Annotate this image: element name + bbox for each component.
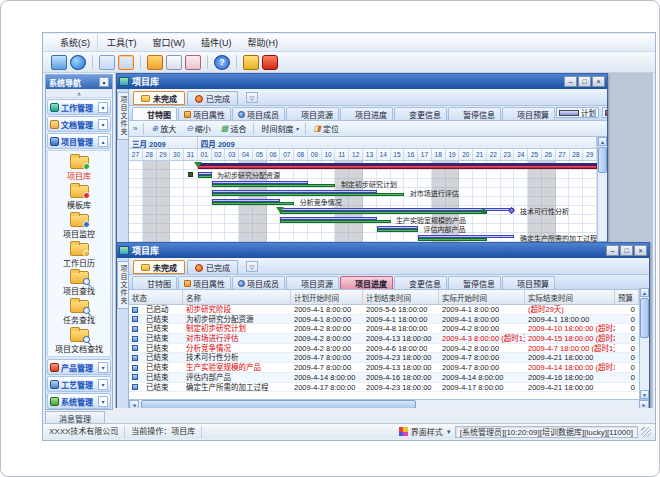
view-tab[interactable]: 项目预算 [502, 107, 555, 120]
view-tab[interactable]: 变更信息 [394, 276, 447, 289]
chevron-down-icon[interactable]: ▼ [446, 429, 452, 435]
gantt-progress-bar[interactable] [280, 211, 486, 214]
view-tab[interactable]: 项目进度 [340, 276, 393, 289]
resize-grip[interactable] [641, 427, 651, 437]
column-header[interactable]: 实际结束时间 [525, 290, 615, 304]
view-tab[interactable]: 项目成员 [232, 276, 285, 289]
table-row[interactable]: 已结束 分析竞争情况 2009-4-2 8:00:00 2009-4-6 18:… [129, 344, 649, 354]
chevron-down-icon[interactable]: ▾ [98, 396, 108, 407]
sidebar-item[interactable]: 项目库 [48, 154, 110, 183]
sidebar-group[interactable]: 工艺管理 ▾ [47, 376, 111, 392]
view-tab[interactable]: 项目资源 [286, 276, 339, 289]
close-button[interactable]: × [634, 245, 647, 256]
gantt-progress-bar[interactable] [198, 175, 212, 178]
gantt-progress-bar[interactable] [212, 184, 336, 187]
gantt-progress-bar[interactable] [212, 202, 295, 205]
column-header[interactable]: 预算 [615, 290, 639, 304]
chevron-down-icon[interactable]: ▾ [98, 119, 108, 130]
table-vertical-scrollbar[interactable]: ▲ ▼ [639, 288, 649, 399]
report-icon[interactable] [166, 55, 182, 70]
filter-tab[interactable]: 已完成 [187, 91, 238, 105]
sidebar-collapse-button[interactable]: ∧ [46, 89, 112, 98]
sidebar-group[interactable]: 工作管理 ▾ [47, 99, 111, 115]
sidebar-item[interactable]: 任务查找 [48, 298, 110, 327]
chevron-down-icon[interactable]: ▾ [98, 379, 108, 390]
table-row[interactable]: 已结束 确定生产所需的加工过程 2009-4-17 8:00:00 2009-4… [129, 383, 649, 393]
menu-item[interactable]: 插件(U) [194, 34, 239, 51]
table-row[interactable]: 已结束 技术可行性分析 2009-4-7 8:00:00 2009-4-23 1… [129, 353, 649, 363]
toolbar-separator[interactable] [92, 55, 93, 69]
filter-tab[interactable]: 未完成 [133, 91, 185, 105]
sidebar-item[interactable]: 项目文档查找 [48, 327, 110, 356]
table-row[interactable]: 已启动 初步研究阶段 2009-4-1 8:00:00 2009-5-6 18:… [129, 305, 649, 315]
menu-item[interactable]: 帮助(H) [241, 34, 286, 51]
globe-icon[interactable] [70, 55, 86, 70]
view-tab[interactable]: 项目属性 [178, 107, 231, 120]
menu-item[interactable]: 系统(S) [53, 34, 98, 51]
filter-tab[interactable]: 未完成 [133, 260, 185, 274]
table-window-titlebar[interactable]: 项目库 – □ × [117, 243, 649, 258]
maximize-button[interactable]: □ [620, 245, 633, 256]
column-header[interactable]: 计划结束时间 [363, 290, 439, 304]
system-icon[interactable] [51, 55, 67, 70]
filter-tab[interactable]: 已完成 [187, 260, 238, 274]
view-tab[interactable]: 变更信息 [394, 107, 447, 120]
gantt-window-titlebar[interactable]: 项目库 – □ × [117, 74, 607, 89]
view-tab[interactable]: 项目进度 [340, 107, 393, 120]
sidebar-item[interactable]: 模板库 [48, 183, 110, 212]
close-button[interactable]: × [592, 76, 605, 87]
view-tab[interactable]: 项目预算 [502, 276, 555, 289]
table-row[interactable]: 已结束 评估内部产品 2009-4-14 8:00:00 2009-4-16 1… [129, 373, 649, 383]
table-horizontal-scrollbar[interactable]: ◄ ► [129, 399, 649, 408]
table-row[interactable]: 已结束 为初步研究分配资源 2009-4-1 8:00:00 2009-4-1 … [129, 315, 649, 325]
column-header[interactable]: 实际开始时间 [439, 290, 525, 304]
sidebar-item[interactable]: 项目监控 [48, 212, 110, 241]
overflow-chevron-icon[interactable]: » [133, 124, 137, 133]
timescale-button[interactable]: 时间刻度▾ [258, 122, 301, 135]
menu-item[interactable]: 窗口(W) [146, 34, 193, 51]
fit-button[interactable]: ▦适合 [218, 122, 250, 135]
table-row[interactable]: 已结束 生产实验室规模的产品 2009-4-7 8:00:00 2009-4-1… [129, 363, 649, 373]
lock-icon[interactable] [243, 55, 259, 70]
toolbar-separator[interactable] [236, 55, 237, 69]
chevron-down-icon[interactable]: ▾ [98, 102, 108, 113]
gantt-progress-bar[interactable] [212, 193, 405, 196]
minimize-button[interactable]: – [606, 245, 619, 256]
filter-more-button[interactable]: ▽ [246, 261, 258, 272]
project-folder-tab[interactable]: 项目文件夹 [117, 261, 128, 309]
zoom-in-button[interactable]: ⊕放大 [148, 122, 179, 135]
view-tab[interactable]: 暂停信息 [448, 276, 501, 289]
gantt-progress-bar[interactable] [280, 220, 390, 223]
sidebar-item[interactable]: 项目查找 [48, 269, 110, 298]
stop-icon[interactable] [262, 55, 278, 70]
view-tab[interactable]: 暂停信息 [448, 107, 501, 120]
menu-item[interactable]: 工具(T) [100, 34, 144, 51]
view-tab[interactable]: 甘特图 [132, 276, 177, 289]
view-tab[interactable]: 甘特图 [132, 107, 177, 120]
minimize-button[interactable]: – [564, 76, 577, 87]
maximize-button[interactable]: □ [578, 76, 591, 87]
toolbar-separator[interactable] [140, 55, 141, 69]
column-header[interactable]: 名称 [183, 290, 291, 304]
gantt-progress-bar[interactable] [418, 238, 487, 241]
table-row[interactable]: 已结束 对市场进行评估 2009-4-2 8:00:00 2009-4-13 1… [129, 334, 649, 344]
ui-style-label[interactable]: 界面样式 [411, 426, 443, 437]
chevron-down-icon[interactable]: ▾ [98, 362, 108, 373]
filter-more-button[interactable]: ▽ [246, 92, 258, 103]
view-tab[interactable]: 项目属性 [178, 276, 231, 289]
help-icon[interactable]: ? [214, 55, 230, 70]
gantt-progress-bar[interactable] [377, 229, 418, 232]
mail-icon[interactable] [147, 55, 163, 70]
locate-button[interactable]: ◨定位 [310, 122, 342, 135]
chevron-up-icon[interactable]: ▴ [98, 136, 108, 147]
view-tab[interactable]: 项目资源 [286, 107, 339, 120]
toolbar-separator[interactable] [207, 55, 208, 69]
folder-open-icon[interactable] [118, 55, 134, 70]
view-tab[interactable]: 项目成员 [232, 107, 285, 120]
gantt-summary-progress-bar[interactable] [198, 165, 597, 169]
sidebar-group[interactable]: 系统管理 ▾ [47, 393, 111, 409]
sidebar-group-project[interactable]: 项目管理 ▴ [47, 133, 111, 149]
sidebar-group[interactable]: 产品管理 ▾ [47, 359, 111, 375]
column-header[interactable]: 计划开始时间 [291, 290, 363, 304]
sidebar-item[interactable]: 工作日历 [48, 241, 110, 270]
